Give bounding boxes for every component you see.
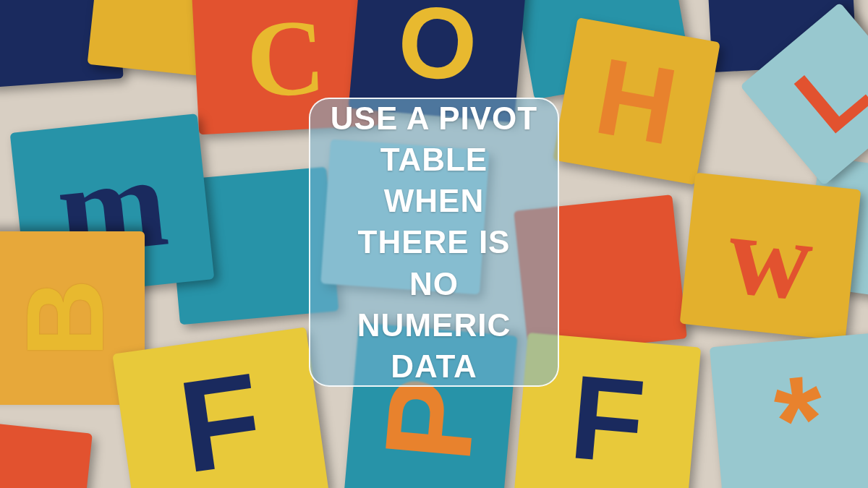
glyph: H bbox=[589, 41, 685, 162]
glyph: O bbox=[394, 0, 482, 97]
glyph: C bbox=[244, 1, 328, 114]
letter-tile-w: w bbox=[680, 173, 861, 341]
glyph: F bbox=[566, 356, 650, 481]
glyph: P bbox=[365, 373, 495, 466]
glyph: F bbox=[172, 353, 269, 488]
glyph: w bbox=[723, 194, 818, 318]
letter-tile-f: F bbox=[112, 327, 328, 488]
letter-tile-h: H bbox=[553, 17, 720, 185]
glyph: B bbox=[11, 279, 119, 357]
glyph: * bbox=[770, 356, 829, 482]
title-text: USE A PIVOT TABLE WHEN THERE IS NO NUMER… bbox=[329, 98, 539, 387]
letter-tile bbox=[0, 420, 93, 488]
glyph: L bbox=[780, 40, 868, 149]
letter-tile-asterisk: * bbox=[710, 333, 868, 488]
title-overlay: USE A PIVOT TABLE WHEN THERE IS NO NUMER… bbox=[309, 98, 559, 387]
